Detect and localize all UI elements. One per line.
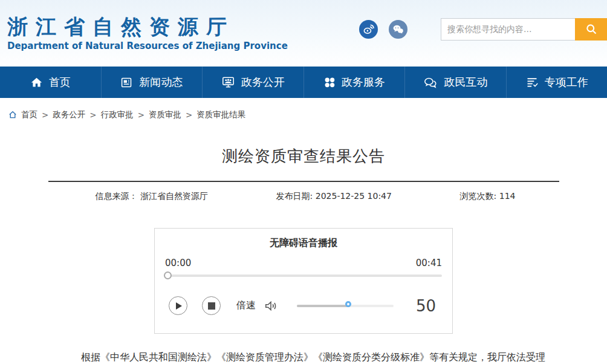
nav-item-home[interactable]: 首页 [0,67,101,98]
meta-source: 信息来源： 浙江省自然资源厅 [96,191,208,202]
player-title: 无障碍语音播报 [165,237,442,250]
play-button[interactable] [169,296,187,315]
nav-item-label: 专项工作 [545,75,588,89]
nav-item-label: 新闻动态 [139,75,183,89]
nav-item-label: 政务服务 [342,75,385,89]
nav-item-services[interactable]: 政务服务 [304,67,405,98]
breadcrumb: 首页 > 政务公开 > 行政审批 > 资质审批 > 资质审批结果 [0,98,607,120]
nav-item-label: 首页 [49,75,71,89]
article: 测绘资质审查结果公告 信息来源： 浙江省自然资源厅 发布日期: 2025-12-… [48,146,559,364]
meta-date: 发布日期: 2025-12-25 10:47 [276,191,392,202]
breadcrumb-separator: > [42,110,48,120]
nav-item-label: 政民互动 [444,75,487,89]
speed-label: 倍速 [236,299,256,312]
wechat-icon[interactable] [389,20,407,39]
search-box [441,18,607,41]
speaker-icon[interactable] [264,299,278,313]
stop-icon [208,302,215,310]
audio-player: 无障碍语音播报 00:00 00:41 倍速 [154,228,453,334]
meta-date-label: 发布日期: [276,191,313,201]
volume-slider[interactable] [297,301,394,311]
search-input[interactable] [441,18,575,41]
meta-views-label: 浏览次数: [460,191,497,201]
nav-item-special[interactable]: 专项工作 [506,67,607,98]
breadcrumb-item-qualification[interactable]: 资质审批 [149,109,181,120]
meta-source-value: 浙江省自然资源厅 [140,191,208,201]
site-title: 浙江省自然资源厅 [7,15,288,39]
page-title: 测绘资质审查结果公告 [48,146,559,167]
site-logo[interactable]: 浙江省自然资源厅 Department of Natural Resources… [7,15,288,51]
search-icon [585,23,597,35]
progress-bar[interactable] [165,271,442,280]
main-nav: 首页 新闻动态 政务公开 [0,67,607,98]
social-icons [359,20,407,39]
breadcrumb-item-disclosure[interactable]: 政务公开 [53,109,85,120]
progress-track [165,275,442,277]
weibo-icon[interactable] [359,20,378,39]
chat-icon [423,76,438,89]
breadcrumb-item-results[interactable]: 资质审批结果 [196,109,245,120]
list-check-icon [525,76,539,88]
volume-fill [297,305,350,307]
grid-icon [323,76,336,88]
nav-item-label: 政务公开 [241,75,285,89]
breadcrumb-separator: > [138,110,144,120]
article-meta: 信息来源： 浙江省自然资源厅 发布日期: 2025-12-25 10:47 浏览… [48,191,559,202]
breadcrumb-separator: > [186,110,192,120]
breadcrumb-home-icon [8,111,17,119]
news-icon [120,76,133,89]
breadcrumb-item-approval[interactable]: 行政审批 [101,109,134,120]
volume-handle[interactable] [345,301,351,307]
player-controls: 倍速 50 [165,296,442,315]
meta-date-value: 2025-12-25 10:47 [316,191,392,201]
nav-item-news[interactable]: 新闻动态 [101,67,203,98]
home-icon [30,76,43,89]
meta-source-label: 信息来源： [96,191,138,201]
nav-item-interaction[interactable]: 政民互动 [404,67,506,98]
volume-value: 50 [416,297,436,315]
progress-handle[interactable] [164,271,172,279]
stop-button[interactable] [202,296,221,315]
site-header: 浙江省自然资源厅 Department of Natural Resources… [0,0,607,67]
time-row: 00:00 00:41 [165,258,442,268]
search-button[interactable] [575,18,607,41]
breadcrumb-item-home[interactable]: 首页 [21,109,37,120]
total-duration: 00:41 [416,258,442,268]
breadcrumb-separator: > [89,110,96,120]
nav-item-disclosure[interactable]: 政务公开 [202,67,304,98]
play-icon [176,302,182,310]
monitor-people-icon [221,76,235,89]
meta-views-value: 114 [499,191,516,201]
site-subtitle: Department of Natural Resources of Zheji… [7,41,288,51]
meta-views: 浏览次数: 114 [460,191,516,202]
title-divider [48,181,559,182]
current-time: 00:00 [165,258,191,268]
article-body-text: 根据《中华人民共和国测绘法》《测绘资质管理办法》《测绘资质分类分级标准》等有关规… [62,349,545,364]
